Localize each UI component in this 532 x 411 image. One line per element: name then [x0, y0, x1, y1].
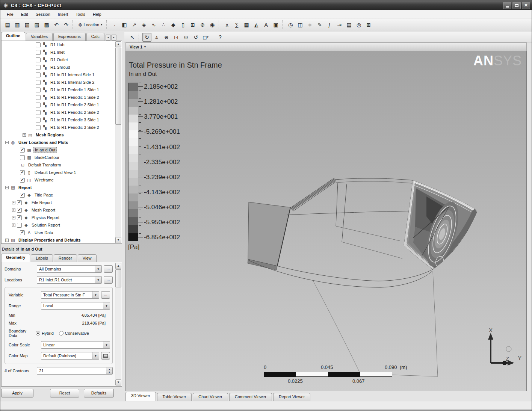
tree-item-report[interactable]: ▤Report	[2, 184, 122, 191]
zoom-fit-tool-icon[interactable]: ⊙	[181, 33, 190, 42]
range-select[interactable]: Local	[41, 302, 110, 310]
tab-comment-viewer[interactable]: Comment Viewer	[229, 393, 272, 401]
scroll-up-icon[interactable]	[115, 263, 121, 269]
zoom-box-tool-icon[interactable]: ⊡	[172, 33, 181, 42]
viewport-layout-icon[interactable]: ◻▾	[201, 33, 210, 42]
tab-table-viewer[interactable]: Table Viewer	[157, 393, 192, 401]
menu-insert[interactable]: Insert	[54, 11, 72, 18]
menu-file[interactable]: File	[3, 11, 17, 18]
insert-contour-icon[interactable]: ◈	[139, 20, 148, 29]
function-calculator-icon[interactable]: ∑	[232, 20, 241, 29]
tab-scroll-left-icon[interactable]	[106, 35, 111, 41]
details-scrollbar[interactable]	[115, 263, 121, 385]
tree-item-default-legend[interactable]: ▯Default Legend View 1	[2, 169, 122, 176]
checkbox[interactable]	[36, 42, 41, 47]
tree-item[interactable]: ▚R1 to R1 Periodic 3 Side 2	[2, 124, 122, 131]
sync-views-icon[interactable]: ⇥	[335, 20, 344, 29]
insert-instance-transform-icon[interactable]: ⊞	[188, 20, 197, 29]
tree-item[interactable]: ▚R1 to R1 Internal Side 1	[2, 71, 122, 79]
new-table-icon[interactable]: ▦	[242, 20, 251, 29]
new-session-icon[interactable]: ▨	[32, 20, 41, 29]
checkbox[interactable]	[20, 178, 25, 183]
save-state-icon[interactable]: ▥	[13, 20, 22, 29]
open-session-icon[interactable]: ▩	[42, 20, 51, 29]
undo-icon[interactable]: ↶	[52, 20, 61, 29]
tree-item[interactable]: ▚R1 Inlet	[2, 48, 122, 56]
menu-session[interactable]: Session	[32, 11, 54, 18]
insert-point-icon[interactable]: ∙	[110, 20, 119, 29]
tree-item-bladecontour[interactable]: ▩bladeContour	[2, 154, 122, 161]
checkbox[interactable]	[36, 118, 41, 122]
hybrid-radio[interactable]	[36, 331, 40, 335]
checkbox[interactable]	[36, 65, 41, 70]
variable-more-button[interactable]: ...	[101, 291, 110, 299]
menu-help[interactable]: Help	[89, 11, 105, 18]
checkbox[interactable]	[36, 57, 41, 62]
insert-isosurface-icon[interactable]: ◆	[169, 20, 178, 29]
report-viewer-icon[interactable]: ▤	[345, 20, 354, 29]
insert-streamline-icon[interactable]: ∿	[149, 20, 158, 29]
tree-item-title-page[interactable]: ◆Title Page	[2, 191, 122, 199]
variable-select[interactable]: Total Pressure in Stn F	[41, 291, 99, 299]
save-project-icon[interactable]: ▧	[23, 20, 32, 29]
tree-item-physics-report[interactable]: ◆Physics Report	[2, 214, 122, 221]
tree-item[interactable]: ▚R1 to R1 Periodic 2 Side 1	[2, 101, 122, 109]
scrollbar-thumb[interactable]	[115, 269, 121, 287]
tree-item-in-and-out[interactable]: ▩In an d Out	[2, 146, 122, 154]
expander-icon[interactable]	[5, 186, 9, 189]
expander-icon[interactable]	[12, 201, 15, 204]
pan-tool-icon[interactable]: ↔↕	[152, 33, 161, 42]
expander-icon[interactable]	[12, 216, 15, 219]
tree-item[interactable]: ▚R1 Hub	[2, 41, 122, 48]
insert-vector-icon[interactable]: ↗	[130, 20, 139, 29]
tab-chart-viewer[interactable]: Chart Viewer	[193, 393, 228, 401]
tree-item-mesh-report[interactable]: ◆Mesh Report	[2, 206, 122, 214]
viewer-3d-canvas[interactable]: X Y Z Total Pressure in Stn Frame In an …	[125, 51, 527, 391]
conservative-radio[interactable]	[59, 331, 63, 335]
domains-more-button[interactable]: ...	[104, 265, 113, 273]
locations-more-button[interactable]: ...	[104, 276, 113, 284]
redo-icon[interactable]: ↷	[62, 20, 71, 29]
tree-item-wireframe[interactable]: ◫Wireframe	[2, 176, 122, 184]
new-comment-icon[interactable]: A	[261, 20, 271, 29]
scroll-up-icon[interactable]	[115, 41, 121, 47]
checkbox[interactable]	[17, 208, 22, 213]
insert-volume-rendering-icon[interactable]: ◉	[208, 20, 217, 29]
new-figure-icon[interactable]: ▣	[271, 20, 280, 29]
tab-calculators[interactable]: Calc	[86, 33, 104, 41]
checkbox[interactable]	[36, 50, 41, 55]
insert-plane-icon[interactable]: ◧	[120, 20, 129, 29]
checkbox[interactable]	[20, 148, 25, 153]
checkbox[interactable]	[36, 95, 41, 100]
split-view-icon[interactable]: ◫	[296, 20, 305, 29]
insert-legend-icon[interactable]: ▯	[178, 20, 187, 29]
insert-clip-plane-icon[interactable]: ⊘	[198, 20, 207, 29]
expander-icon[interactable]	[5, 239, 9, 242]
tree-item-file-report[interactable]: ◆File Report	[2, 199, 122, 206]
tab-expressions[interactable]: Expressions	[53, 33, 86, 41]
tree-item-solution-report[interactable]: ◆Solution Report	[2, 221, 122, 229]
checkbox[interactable]	[17, 223, 22, 228]
select-tool-icon[interactable]: ↖	[128, 33, 137, 42]
tab-labels[interactable]: Labels	[31, 254, 53, 262]
tree-item-display-properties[interactable]: ▨Display Properties and Defaults	[2, 236, 122, 244]
tree-item-mesh-regions[interactable]: ▤Mesh Regions	[2, 131, 122, 139]
quit-icon[interactable]: ⊠	[364, 20, 373, 29]
checkbox[interactable]	[36, 110, 41, 115]
expander-icon[interactable]	[12, 209, 15, 212]
reset-button[interactable]: Reset	[50, 389, 79, 397]
expander-icon[interactable]	[5, 141, 9, 144]
insert-particle-track-icon[interactable]: ∴	[159, 20, 168, 29]
view-tab-bar[interactable]: View 1 ▾	[125, 42, 527, 51]
tab-3d-viewer[interactable]: 3D Viewer	[125, 392, 156, 401]
checkbox[interactable]	[17, 215, 22, 220]
tree-item[interactable]: ▚R1 Shroud	[2, 63, 122, 71]
tab-variables[interactable]: Variables	[26, 33, 53, 41]
scroll-down-icon[interactable]	[115, 237, 121, 243]
new-chart-icon[interactable]: ◭	[252, 20, 261, 29]
tab-report-viewer[interactable]: Report Viewer	[273, 393, 311, 401]
checkbox[interactable]	[36, 125, 41, 130]
checkbox[interactable]	[20, 193, 25, 198]
tab-view[interactable]: View	[78, 254, 97, 262]
checkbox[interactable]	[20, 155, 25, 160]
